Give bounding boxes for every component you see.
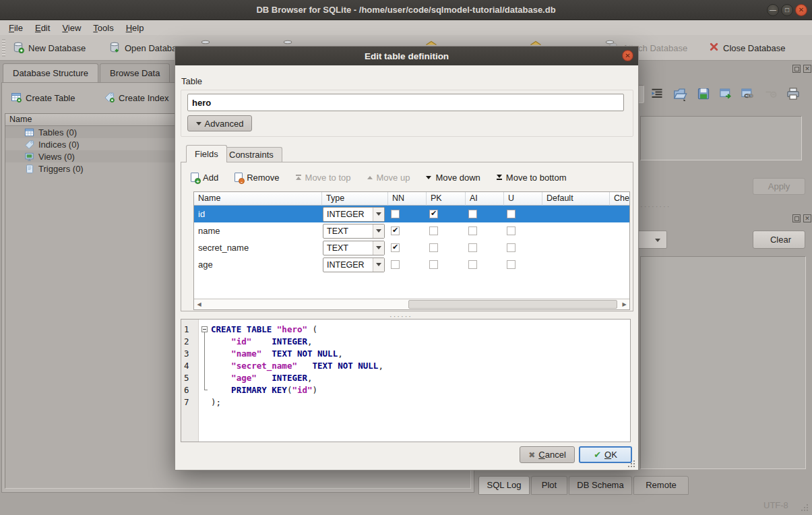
- ai-checkbox[interactable]: [468, 243, 477, 252]
- menu-item-view[interactable]: View: [56, 22, 87, 34]
- pk-checkbox[interactable]: [429, 226, 438, 235]
- field-row-age[interactable]: ageINTEGER: [194, 256, 629, 273]
- type-combobox[interactable]: INTEGER: [323, 258, 385, 272]
- ai-checkbox[interactable]: [468, 260, 477, 269]
- export-icon[interactable]: [717, 85, 735, 102]
- toolbar-handle[interactable]: [2, 39, 5, 57]
- scroll-left-icon[interactable]: ◀: [194, 299, 204, 309]
- nn-checkbox[interactable]: [391, 210, 400, 218]
- indent-icon[interactable]: [648, 85, 666, 102]
- nn-checkbox[interactable]: [391, 260, 400, 269]
- move-down-button[interactable]: Move down: [426, 173, 480, 183]
- scrollbar-thumb[interactable]: [408, 300, 617, 309]
- menu-item-edit[interactable]: Edit: [29, 22, 56, 34]
- new-database-button[interactable]: New Database: [8, 38, 90, 57]
- check-cell[interactable]: [610, 239, 630, 256]
- import-icon[interactable]: [671, 85, 689, 102]
- dock-close-icon[interactable]: ✕: [803, 65, 811, 73]
- pk-checkbox[interactable]: [429, 260, 438, 269]
- default-cell[interactable]: [542, 222, 610, 239]
- field-row-name[interactable]: nameTEXT: [194, 222, 629, 239]
- field-name-cell[interactable]: id: [194, 206, 322, 222]
- dock-float-icon[interactable]: [792, 65, 801, 73]
- pk-checkbox[interactable]: [429, 210, 438, 218]
- field-name-cell[interactable]: age: [194, 256, 322, 273]
- tab-constraints[interactable]: Constraints: [220, 147, 282, 162]
- check-cell[interactable]: [610, 256, 630, 273]
- create-index-button[interactable]: Create Index: [100, 89, 172, 107]
- bottom-tab-plot[interactable]: Plot: [531, 476, 567, 495]
- table-name-input[interactable]: [187, 94, 624, 111]
- type-combobox[interactable]: TEXT: [323, 224, 385, 239]
- clear-button[interactable]: Clear: [753, 231, 805, 249]
- column-header-nn[interactable]: NN: [388, 192, 427, 206]
- dialog-resize-grip[interactable]: [627, 459, 636, 468]
- check-cell[interactable]: [610, 206, 630, 222]
- column-header-default[interactable]: Default: [542, 192, 610, 206]
- grid-horizontal-scrollbar[interactable]: ◀ ▶: [194, 299, 629, 309]
- scroll-right-icon[interactable]: ▶: [619, 299, 629, 309]
- link-icon[interactable]: [739, 85, 756, 102]
- dock-float-icon[interactable]: [792, 214, 801, 222]
- column-header-u[interactable]: U: [504, 192, 542, 206]
- nn-checkbox[interactable]: [391, 226, 400, 235]
- u-checkbox[interactable]: [507, 260, 516, 269]
- ok-button[interactable]: ✔ OK: [579, 446, 632, 463]
- field-name-cell[interactable]: name: [194, 222, 322, 239]
- tab-database-structure[interactable]: Database Structure: [3, 63, 98, 83]
- sql-log-area[interactable]: [640, 256, 806, 469]
- column-header-pk[interactable]: PK: [427, 192, 466, 206]
- save-icon[interactable]: [695, 85, 712, 102]
- column-header-type[interactable]: Type: [322, 192, 388, 206]
- type-combobox[interactable]: INTEGER: [323, 207, 385, 222]
- tab-browse-data[interactable]: Browse Data: [100, 63, 170, 82]
- default-cell[interactable]: [542, 239, 610, 256]
- move-to-bottom-button[interactable]: Move to bottom: [497, 173, 567, 183]
- type-combobox[interactable]: TEXT: [323, 241, 385, 255]
- maximize-icon[interactable]: □: [781, 4, 793, 16]
- ai-checkbox[interactable]: [468, 226, 477, 235]
- dock-close-icon[interactable]: ✕: [803, 214, 811, 222]
- titlebar[interactable]: DB Browser for SQLite - /home/user/code/…: [0, 0, 812, 20]
- field-row-id[interactable]: idINTEGER: [194, 206, 629, 222]
- pk-checkbox[interactable]: [429, 243, 438, 252]
- field-actions-toolbar: +Add-RemoveMove to topMove upMove downMo…: [191, 168, 566, 187]
- minimize-icon[interactable]: —: [767, 4, 779, 16]
- ai-checkbox[interactable]: [468, 210, 477, 218]
- default-cell[interactable]: [542, 256, 610, 273]
- bottom-tab-db-schema[interactable]: DB Schema: [569, 476, 632, 495]
- add-button[interactable]: +Add: [191, 173, 218, 183]
- dock-splitter[interactable]: ········: [640, 202, 670, 210]
- cell-editor-area[interactable]: [640, 116, 802, 160]
- u-checkbox[interactable]: [507, 226, 516, 235]
- remove-button[interactable]: -Remove: [235, 173, 279, 183]
- u-checkbox[interactable]: [507, 243, 516, 252]
- sql-preview[interactable]: 1CREATE TABLE "hero" (2 "id" INTEGER,3 "…: [181, 319, 631, 442]
- bottom-tab-sql-log[interactable]: SQL Log: [478, 476, 530, 495]
- field-name-cell[interactable]: secret_name: [194, 239, 322, 256]
- default-cell[interactable]: [542, 206, 610, 222]
- fold-marker-icon[interactable]: [201, 326, 208, 332]
- column-header-name[interactable]: Name: [194, 192, 322, 206]
- cancel-button[interactable]: ✖ Cancel: [520, 446, 575, 463]
- menu-item-file[interactable]: File: [3, 22, 29, 34]
- u-checkbox[interactable]: [507, 210, 516, 218]
- advanced-button[interactable]: Advanced: [187, 115, 252, 131]
- window-resize-grip[interactable]: [800, 503, 809, 512]
- index-icon: [24, 140, 34, 150]
- tab-fields[interactable]: Fields: [186, 145, 227, 162]
- close-database-button[interactable]: Close Database: [705, 38, 790, 57]
- dialog-close-icon[interactable]: ✕: [622, 50, 633, 61]
- close-icon[interactable]: ✕: [795, 4, 807, 16]
- menu-item-help[interactable]: Help: [120, 22, 150, 34]
- menu-item-tools[interactable]: Tools: [87, 22, 119, 34]
- print-icon[interactable]: [784, 85, 802, 102]
- nn-checkbox[interactable]: [391, 243, 400, 252]
- check-cell[interactable]: [610, 222, 630, 239]
- field-row-secret_name[interactable]: secret_nameTEXT: [194, 239, 629, 256]
- create-table-button[interactable]: Create Table: [7, 89, 78, 107]
- column-header-ai[interactable]: AI: [466, 192, 504, 206]
- bottom-tab-remote[interactable]: Remote: [633, 476, 689, 495]
- dialog-titlebar[interactable]: Edit table definition ✕: [175, 47, 638, 65]
- column-header-check[interactable]: Check: [610, 192, 630, 206]
